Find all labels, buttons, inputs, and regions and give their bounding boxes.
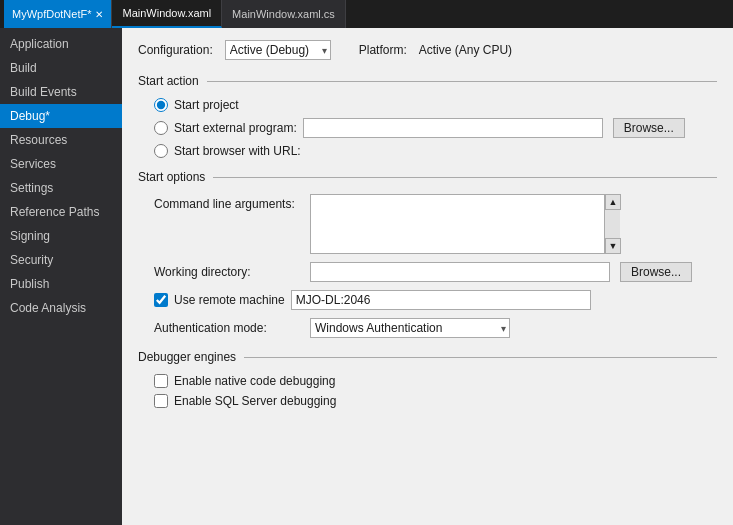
remote-machine-checkbox[interactable] [154,293,168,307]
radio-start-external-row: Start external program: Browse... [154,118,717,138]
doc-tab-xaml-cs-label: MainWindow.xaml.cs [232,8,335,20]
debugger-engines-divider [244,357,717,358]
browse-button-2[interactable]: Browse... [620,262,692,282]
scroll-track [605,210,620,238]
config-select-wrapper: Active (Debug) [225,40,331,60]
cmdline-row: Command line arguments: ▲ ▼ [154,194,717,254]
remote-machine-label: Use remote machine [174,293,285,307]
platform-label: Platform: [359,43,407,57]
platform-value: Active (Any CPU) [419,43,512,57]
debugger-section-header: Debugger engines [138,350,717,364]
sql-debug-checkbox[interactable] [154,394,168,408]
start-action-section-header: Start action [138,74,717,88]
scroll-down-btn[interactable]: ▼ [605,238,621,254]
project-tab-label: MyWpfDotNetF* [12,8,91,20]
debugger-engines-label: Debugger engines [138,350,236,364]
browse-button-1[interactable]: Browse... [613,118,685,138]
start-action-radios: Start project Start external program: Br… [154,98,717,158]
auth-mode-select[interactable]: Windows Authentication [310,318,510,338]
sidebar-item-build-events[interactable]: Build Events [0,80,122,104]
scroll-bar: ▲ ▼ [604,194,620,254]
radio-start-project[interactable] [154,98,168,112]
sidebar-item-publish[interactable]: Publish [0,272,122,296]
title-bar: MyWpfDotNetF* ✕ MainWindow.xaml MainWind… [0,0,733,28]
sidebar-item-security[interactable]: Security [0,248,122,272]
radio-start-browser-label: Start browser with URL: [174,144,301,158]
start-options-section-header: Start options [138,170,717,184]
start-action-divider [207,81,717,82]
main-layout: Application Build Build Events Debug* Re… [0,28,733,525]
working-dir-input[interactable] [310,262,610,282]
native-debug-checkbox[interactable] [154,374,168,388]
sidebar-item-application[interactable]: Application [0,32,122,56]
remote-machine-row: Use remote machine [154,290,717,310]
cmdline-textarea[interactable] [310,194,620,254]
doc-tab-xaml-label: MainWindow.xaml [122,7,211,19]
sidebar-item-debug[interactable]: Debug* [0,104,122,128]
doc-tab-xaml-cs[interactable]: MainWindow.xaml.cs [222,0,346,28]
sql-debug-row: Enable SQL Server debugging [154,394,717,408]
sidebar-item-reference-paths[interactable]: Reference Paths [0,200,122,224]
remote-machine-input[interactable] [291,290,591,310]
title-tabs: MyWpfDotNetF* ✕ MainWindow.xaml MainWind… [4,0,346,28]
radio-start-browser[interactable] [154,144,168,158]
sidebar-item-services[interactable]: Services [0,152,122,176]
config-label: Configuration: [138,43,213,57]
radio-start-external-label: Start external program: [174,121,297,135]
auth-mode-row: Authentication mode: Windows Authenticat… [154,318,717,338]
project-tab[interactable]: MyWpfDotNetF* ✕ [4,0,112,28]
scroll-up-btn[interactable]: ▲ [605,194,621,210]
cmdline-textarea-wrapper: ▲ ▼ [310,194,620,254]
working-dir-label: Working directory: [154,265,304,279]
project-tab-close[interactable]: ✕ [95,9,103,20]
radio-start-project-row: Start project [154,98,717,112]
sidebar-item-signing[interactable]: Signing [0,224,122,248]
working-dir-row: Working directory: Browse... [154,262,717,282]
doc-tab-xaml[interactable]: MainWindow.xaml [112,0,222,28]
config-row: Configuration: Active (Debug) Platform: … [138,40,717,60]
sidebar-item-settings[interactable]: Settings [0,176,122,200]
config-select[interactable]: Active (Debug) [225,40,331,60]
cmdline-label: Command line arguments: [154,194,304,211]
content-panel: Configuration: Active (Debug) Platform: … [122,28,733,525]
radio-start-browser-row: Start browser with URL: [154,144,717,158]
start-options-label: Start options [138,170,205,184]
sidebar: Application Build Build Events Debug* Re… [0,28,122,525]
start-options-divider [213,177,717,178]
debugger-checks: Enable native code debugging Enable SQL … [154,374,717,408]
sql-debug-label: Enable SQL Server debugging [174,394,336,408]
native-debug-label: Enable native code debugging [174,374,335,388]
auth-mode-label: Authentication mode: [154,321,304,335]
radio-start-project-label: Start project [174,98,239,112]
start-action-label: Start action [138,74,199,88]
sidebar-item-code-analysis[interactable]: Code Analysis [0,296,122,320]
debugger-section: Debugger engines Enable native code debu… [138,350,717,408]
start-external-input[interactable] [303,118,603,138]
sidebar-item-build[interactable]: Build [0,56,122,80]
sidebar-item-resources[interactable]: Resources [0,128,122,152]
radio-start-external[interactable] [154,121,168,135]
auth-mode-select-wrapper: Windows Authentication [310,318,510,338]
native-debug-row: Enable native code debugging [154,374,717,388]
